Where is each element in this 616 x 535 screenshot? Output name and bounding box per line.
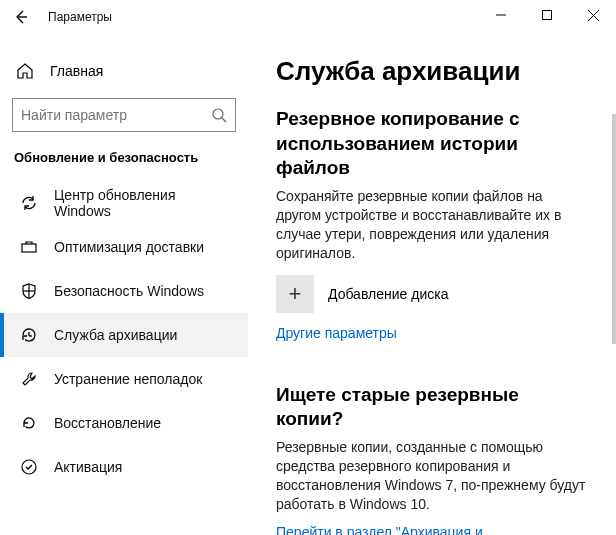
sidebar-item-recovery[interactable]: Восстановление (0, 401, 248, 445)
sidebar-item-label: Оптимизация доставки (54, 239, 204, 255)
old-backup-description: Резервные копии, созданные с помощью сре… (276, 438, 588, 514)
add-drive-label: Добавление диска (328, 286, 448, 302)
back-button[interactable] (12, 8, 30, 26)
search-icon (211, 107, 227, 123)
sidebar-item-backup[interactable]: Служба архивации (0, 313, 248, 357)
sidebar-item-activation[interactable]: Активация (0, 445, 248, 489)
titlebar: Параметры (0, 0, 616, 34)
svg-point-12 (22, 460, 36, 474)
scrollbar[interactable] (612, 114, 616, 344)
sidebar-item-label: Устранение неполадок (54, 371, 202, 387)
svg-point-5 (213, 109, 223, 119)
minimize-button[interactable] (478, 0, 524, 30)
sidebar-home-label: Главная (50, 63, 103, 79)
sidebar-item-windows-update[interactable]: Центр обновления Windows (0, 181, 248, 225)
plus-icon: + (276, 275, 314, 313)
app-title: Параметры (48, 10, 112, 24)
backup-icon (20, 326, 38, 344)
svg-rect-7 (22, 244, 36, 252)
legacy-backup-link[interactable]: Перейти в раздел "Архивация и восстановл… (276, 524, 588, 535)
sidebar-item-troubleshoot[interactable]: Устранение неполадок (0, 357, 248, 401)
old-backup-heading: Ищете старые резервные копии? (276, 383, 588, 432)
sidebar-item-label: Служба архивации (54, 327, 177, 343)
svg-rect-2 (543, 11, 552, 20)
file-history-description: Сохраняйте резервные копии файлов на дру… (276, 187, 588, 263)
home-icon (16, 62, 34, 80)
sidebar-home[interactable]: Главная (0, 54, 248, 88)
page-title: Служба архивации (276, 56, 588, 87)
shield-icon (20, 282, 38, 300)
sidebar-item-label: Восстановление (54, 415, 161, 431)
svg-line-6 (222, 118, 226, 122)
sidebar-item-label: Центр обновления Windows (54, 187, 232, 219)
more-options-link[interactable]: Другие параметры (276, 325, 397, 341)
sidebar: Главная Обновление и безопасность Центр … (0, 34, 248, 535)
sidebar-item-label: Активация (54, 459, 122, 475)
delivery-icon (20, 238, 38, 256)
sidebar-section-label: Обновление и безопасность (0, 146, 248, 181)
add-drive-button[interactable]: + Добавление диска (276, 275, 588, 313)
recovery-icon (20, 414, 38, 432)
sidebar-item-label: Безопасность Windows (54, 283, 204, 299)
sidebar-item-delivery-optimization[interactable]: Оптимизация доставки (0, 225, 248, 269)
close-button[interactable] (570, 0, 616, 30)
search-box[interactable] (12, 98, 236, 132)
wrench-icon (20, 370, 38, 388)
sidebar-item-windows-security[interactable]: Безопасность Windows (0, 269, 248, 313)
file-history-heading: Резервное копирование с использованием и… (276, 107, 588, 181)
sync-icon (20, 194, 38, 212)
activation-icon (20, 458, 38, 476)
maximize-button[interactable] (524, 0, 570, 30)
search-input[interactable] (21, 107, 211, 123)
content-area: Служба архивации Резервное копирование с… (248, 34, 616, 535)
